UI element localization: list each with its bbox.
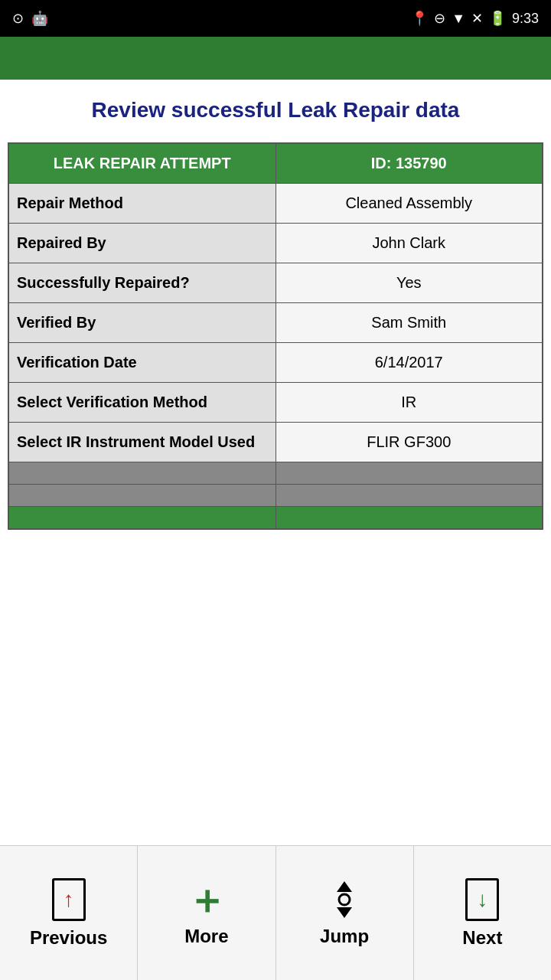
previous-button[interactable]: ↑ Previous <box>0 846 138 980</box>
row-value-6: FLIR GF300 <box>276 423 543 462</box>
network-off-icon: ✕ <box>471 10 483 27</box>
more-label: More <box>184 926 228 947</box>
table-row: Select IR Instrument Model UsedFLIR GF30… <box>8 423 543 462</box>
table-row: Verification Date6/14/2017 <box>8 343 543 383</box>
jump-label: Jump <box>320 926 369 947</box>
content-spacer <box>0 688 551 845</box>
green-cell <box>8 507 276 530</box>
svg-marker-0 <box>337 881 352 892</box>
next-button[interactable]: ↓ Next <box>414 846 551 980</box>
green-cell <box>276 507 543 530</box>
row-value-5: IR <box>276 383 543 423</box>
status-icons-left: ⊙ 🤖 <box>12 10 48 27</box>
bottom-nav: ↑ Previous ＋ More Jump ↓ Next <box>0 845 551 980</box>
row-label-0: Repair Method <box>8 184 276 224</box>
table-header-right: ID: 135790 <box>276 143 543 184</box>
empty-cell <box>276 462 543 485</box>
wifi-icon: ▼ <box>452 11 465 27</box>
next-label: Next <box>462 927 502 949</box>
row-label-6: Select IR Instrument Model Used <box>8 423 276 462</box>
empty-cell <box>8 485 276 507</box>
table-row: Repair MethodCleaned Assembly <box>8 184 543 224</box>
status-bar: ⊙ 🤖 📍 ⊖ ▼ ✕ 🔋 9:33 <box>0 0 551 37</box>
svg-marker-2 <box>337 907 352 918</box>
app-header-bar <box>0 37 551 80</box>
notification-icon: ⊙ <box>12 10 24 27</box>
previous-label: Previous <box>30 927 107 949</box>
jump-icon <box>324 880 364 920</box>
table-row: Select Verification MethodIR <box>8 383 543 423</box>
more-icon: ＋ <box>187 880 227 920</box>
empty-cell <box>276 485 543 507</box>
main-content: LEAK REPAIR ATTEMPT ID: 135790 Repair Me… <box>0 135 551 688</box>
empty-row <box>8 462 543 485</box>
row-value-4: 6/14/2017 <box>276 343 543 383</box>
android-icon: 🤖 <box>31 10 48 27</box>
page-title: Review successful Leak Repair data <box>0 80 551 135</box>
table-row: Repaired ByJohn Clark <box>8 224 543 263</box>
more-button[interactable]: ＋ More <box>138 846 276 980</box>
svg-point-1 <box>339 894 350 905</box>
data-table: LEAK REPAIR ATTEMPT ID: 135790 Repair Me… <box>8 142 543 530</box>
location-icon: 📍 <box>411 10 428 27</box>
row-label-4: Verification Date <box>8 343 276 383</box>
time-display: 9:33 <box>512 11 539 27</box>
empty-cell <box>8 462 276 485</box>
row-value-1: John Clark <box>276 224 543 263</box>
table-row: Verified BySam Smith <box>8 303 543 343</box>
empty-row <box>8 485 543 507</box>
row-label-1: Repaired By <box>8 224 276 263</box>
signal-icon: ⊖ <box>434 10 445 27</box>
table-header-row: LEAK REPAIR ATTEMPT ID: 135790 <box>8 143 543 184</box>
row-label-5: Select Verification Method <box>8 383 276 423</box>
jump-button[interactable]: Jump <box>276 846 414 980</box>
table-header-left: LEAK REPAIR ATTEMPT <box>8 143 276 184</box>
row-label-2: Successfully Repaired? <box>8 263 276 303</box>
next-icon: ↓ <box>465 878 499 921</box>
row-value-2: Yes <box>276 263 543 303</box>
previous-icon: ↑ <box>52 878 86 921</box>
row-value-3: Sam Smith <box>276 303 543 343</box>
green-row <box>8 507 543 530</box>
status-icons-right: 📍 ⊖ ▼ ✕ 🔋 9:33 <box>411 10 539 27</box>
row-label-3: Verified By <box>8 303 276 343</box>
table-row: Successfully Repaired?Yes <box>8 263 543 303</box>
row-value-0: Cleaned Assembly <box>276 184 543 224</box>
battery-icon: 🔋 <box>489 10 506 27</box>
